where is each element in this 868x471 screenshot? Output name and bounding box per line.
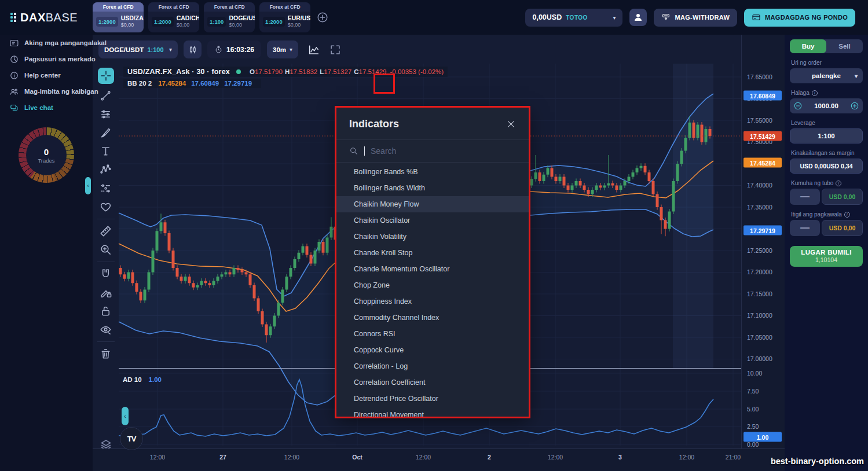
deposit-button[interactable]: MAGDAGDAG NG PONDO (744, 9, 855, 27)
indicators-button[interactable] (304, 41, 323, 58)
indicator-list-item[interactable]: Commodity Channel Index (336, 310, 529, 326)
brush-icon[interactable] (99, 126, 112, 139)
indicator-search[interactable]: Search (336, 140, 529, 163)
interval-select[interactable]: 30m ▾ (267, 41, 298, 58)
ruler-icon[interactable] (99, 225, 112, 238)
indicator-list-item[interactable]: Chaikin Money Flow (336, 196, 529, 212)
indicator-list-item[interactable]: Choppiness Index (336, 293, 529, 310)
time-axis-label: 2 (488, 454, 491, 461)
leverage-value: 1:100 (790, 128, 863, 143)
toolbar-divider (97, 341, 115, 342)
indicator-list-item[interactable]: Directional Movement (336, 407, 529, 417)
indicator-list-item[interactable]: Chande Momentum Oscillator (336, 261, 529, 277)
sidebar-item-label: Live chat (24, 104, 53, 111)
magnet-icon[interactable] (99, 267, 112, 281)
take-profit-toggle[interactable]: — (790, 189, 820, 205)
xabcd-pattern-icon[interactable] (99, 163, 112, 176)
stop-loss-value[interactable]: USD 0,00 (822, 220, 863, 236)
time-axis[interactable]: 12:002712:00Oct12:00212:00312:0021:00 (93, 448, 785, 471)
margin-label: Kinakailangan sa margin (791, 150, 862, 156)
close-icon[interactable] (506, 119, 516, 129)
sidebar-item-aking-mga-pangangalakal[interactable]: Aking mga pangangalakal (0, 35, 93, 51)
person-icon (633, 12, 643, 23)
withdraw-button[interactable]: MAG-WITHDRAW (654, 9, 737, 27)
stop-loss-toggle[interactable]: — (790, 220, 820, 236)
sidebar-item-pagsusuri-sa-merkado[interactable]: Pagsusuri sa merkado (0, 51, 93, 67)
lock-icon[interactable] (99, 304, 112, 318)
leverage-chip: 1:2000 (96, 17, 118, 27)
sidebar-menu: Aking mga pangangalakalPagsusuri sa merk… (0, 35, 93, 116)
ad-label: AD 10 (123, 376, 142, 383)
price-axis-label: 17.15000 (747, 290, 772, 297)
balance-select[interactable]: 0,00USD TOTOO ▾ (525, 9, 622, 27)
left-sidebar: Aking mga pangangalakalPagsusuri sa merk… (0, 35, 93, 471)
balance-tag: TOTOO (566, 14, 588, 21)
sidebar-item-mag-imbita-ng-kaibigan[interactable]: Mag-imbita ng kaibigan (0, 83, 93, 100)
add-asset-icon[interactable] (316, 11, 329, 24)
sidebar-item-label: Help center (24, 72, 61, 79)
interval-label: 30m (273, 46, 286, 53)
trash-icon[interactable] (99, 347, 112, 360)
indicator-list-item[interactable]: Chop Zone (336, 277, 529, 293)
candles-icon (188, 45, 198, 55)
indicator-list-item[interactable]: Connors RSI (336, 326, 529, 342)
asset-tab-cad-chf[interactable]: Forex at CFD1:2000CAD/CHF$0,00 (148, 2, 199, 32)
zoom-in-icon[interactable] (99, 243, 112, 256)
sidebar-item-label: Pagsusuri sa merkado (24, 56, 96, 62)
indicator-list-item[interactable]: Correlation - Log (336, 358, 529, 374)
fullscreen-icon[interactable] (329, 43, 342, 56)
pair-select[interactable]: DOGE/USDT 1:100 ▾ (98, 41, 178, 58)
tab-header: Forex at CFD (204, 2, 255, 12)
order-type-select[interactable]: palengke▾ (790, 68, 863, 83)
position-tool-icon[interactable] (99, 182, 112, 195)
price-axis-label: 17.05000 (747, 334, 772, 341)
pair-label: DOGE/USDT (104, 46, 144, 53)
fib-lines-icon[interactable] (99, 108, 112, 121)
buy-tab[interactable]: Buy (790, 39, 826, 53)
place-buy-button[interactable]: LUGAR BUMILI 1,10104 (790, 246, 863, 267)
indicator-list-item[interactable]: Bollinger Bands Width (336, 180, 529, 196)
leverage-chip: 1:2000 (263, 17, 285, 27)
asset-tab-usd-zar[interactable]: Forex at CFD1:2000USD/ZAR$0,00 (93, 2, 144, 32)
pane-collapse-handle[interactable]: ‹ (122, 407, 129, 425)
amount-value[interactable]: 1000.00 (814, 102, 838, 109)
sidebar-item-help-center[interactable]: Help center (0, 67, 93, 83)
indicator-list-item[interactable]: Correlation Coefficient (336, 374, 529, 391)
text-caret (364, 146, 365, 156)
indicators-modal: Indicators Search Bollinger Bands %BBoll… (336, 108, 529, 417)
indicator-list-item[interactable]: Bollinger Bands %B (336, 164, 529, 180)
time-axis-label: 12:00 (416, 454, 431, 461)
bb-legend: BB 20 2 17.4528417.6084917.29719 (123, 79, 261, 88)
asset-tab-eur-usd[interactable]: Forex at CFD1:2000EUR/USD$0,00 (259, 2, 310, 32)
price-axis-label: 17.35000 (747, 204, 772, 211)
profile-button[interactable] (629, 9, 647, 26)
take-profit-value[interactable]: USD 0,00 (822, 189, 863, 205)
crosshair-icon[interactable] (98, 68, 114, 84)
trend-line-icon[interactable] (99, 89, 112, 102)
chart-style-button[interactable] (184, 41, 202, 58)
sidebar-item-live-chat[interactable]: Live chat (0, 100, 93, 116)
drawing-toolbar (93, 62, 119, 360)
indicator-list-item[interactable]: Chaikin Oscillator (336, 212, 529, 229)
minus-icon[interactable] (793, 101, 803, 111)
asset-tab-doge-usdt[interactable]: Forex at CFD1:100DOGE/USDT$0,00 (204, 2, 255, 32)
leverage-chip: 1:2000 (152, 17, 174, 27)
hide-drawings-icon[interactable] (99, 323, 112, 336)
tab-amount: $0,00 (121, 22, 144, 28)
sell-tab[interactable]: Sell (826, 39, 863, 53)
watermark: best-binary-option.com (771, 457, 864, 466)
indicator-list-item[interactable]: Chande Kroll Stop (336, 245, 529, 261)
tradingview-logo[interactable]: TV (120, 427, 143, 450)
text-icon[interactable] (99, 145, 112, 158)
indicator-list-item[interactable]: Coppock Curve (336, 342, 529, 358)
draw-lock-icon[interactable] (99, 286, 112, 299)
modal-header: Indicators (336, 108, 529, 140)
indicator-list-item[interactable]: Detrended Price Oscillator (336, 391, 529, 407)
price-axis[interactable]: 17.6500017.6000017.5500017.5000017.40000… (741, 35, 785, 448)
card-icon (752, 13, 761, 22)
heart-icon[interactable] (99, 200, 112, 214)
plus-icon[interactable] (850, 101, 859, 111)
indicator-list-item[interactable]: Chaikin Volatility (336, 229, 529, 245)
countdown-timer: 16:03:26 (207, 41, 261, 58)
sidebar-collapse-handle[interactable]: ‹ (85, 177, 91, 194)
